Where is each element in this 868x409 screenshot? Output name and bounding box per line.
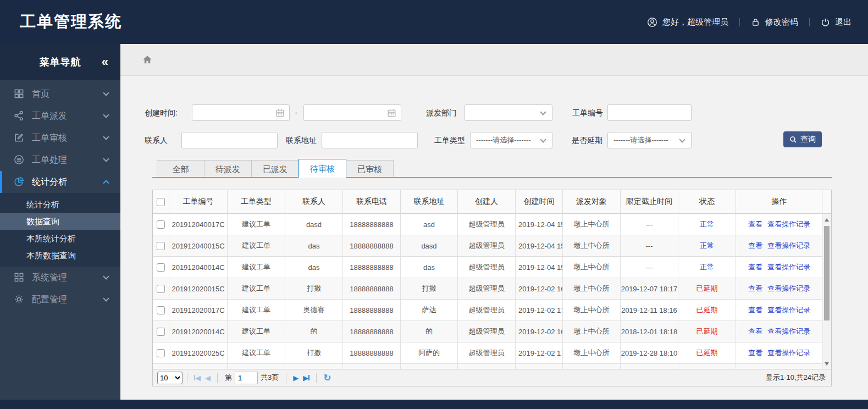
tab-4[interactable]: 已审核: [346, 160, 394, 177]
view-log-link[interactable]: 查看操作记录: [767, 262, 810, 272]
chevron-down-icon: [103, 156, 109, 162]
view-log-link[interactable]: 查看操作记录: [767, 327, 810, 336]
type-select[interactable]: -------请选择-------: [470, 132, 552, 148]
submenu-item[interactable]: 数据查询: [0, 213, 120, 230]
address-input[interactable]: [322, 132, 418, 148]
breadcrumb: [120, 44, 868, 76]
cell-target: 墩上中心所: [563, 214, 621, 235]
table-row: 201912040017C建议工单dasd18888888888asd超级管理员…: [153, 214, 831, 235]
cell-target: 墩上中心所: [563, 257, 621, 278]
view-link[interactable]: 查看: [748, 241, 762, 251]
calendar-icon[interactable]: [275, 108, 285, 118]
create-time-start-input[interactable]: [192, 104, 290, 121]
row-checkbox[interactable]: [157, 242, 165, 250]
logout-button[interactable]: 退出: [821, 17, 852, 27]
cell-order_no: 201912020014C: [169, 321, 228, 342]
chevron-down-icon: [103, 273, 109, 279]
chevron-down-icon: [103, 90, 109, 96]
calendar-icon[interactable]: [387, 108, 396, 118]
contact-input[interactable]: [181, 132, 278, 148]
user-greeting[interactable]: 您好，超级管理员: [647, 17, 728, 27]
sidebar-item-label: 系统管理: [32, 272, 67, 284]
row-checkbox[interactable]: [157, 306, 165, 314]
change-password-text: 修改密码: [765, 17, 798, 27]
column-header: 状态: [678, 190, 736, 214]
cell-status: 已延期: [678, 300, 736, 321]
order-no-input[interactable]: [607, 104, 692, 121]
prev-page-button[interactable]: ◀: [203, 374, 213, 382]
dept-select[interactable]: [465, 104, 552, 121]
cell-contact: 奥德赛: [285, 300, 343, 321]
view-log-link[interactable]: 查看操作记录: [767, 305, 810, 315]
search-icon: [789, 136, 797, 143]
view-log-link[interactable]: 查看操作记录: [767, 284, 810, 294]
sidebar-item-stats[interactable]: 统计分析: [0, 171, 120, 193]
sidebar-item-config[interactable]: 配置管理: [0, 289, 120, 311]
scroll-up-icon[interactable]: [825, 218, 829, 222]
cell-type: 建议工单: [228, 214, 285, 235]
submenu-item[interactable]: 本所统计分析: [0, 230, 120, 247]
sidebar-item-label: 统计分析: [32, 176, 67, 188]
view-log-link[interactable]: 查看操作记录: [767, 348, 810, 358]
tab-2[interactable]: 已派发: [251, 160, 299, 177]
select-all-checkbox[interactable]: [157, 198, 165, 206]
view-link[interactable]: 查看: [748, 284, 762, 294]
view-link[interactable]: 查看: [748, 327, 762, 336]
cell-contact: das: [285, 235, 343, 257]
cell-order_no: 201912020017C: [169, 300, 228, 321]
scroll-down-icon[interactable]: [825, 362, 829, 366]
view-link[interactable]: 查看: [748, 219, 762, 229]
scrollbar-thumb[interactable]: [824, 226, 830, 320]
cell-actions: 查看查看操作记录: [736, 235, 823, 257]
row-checkbox[interactable]: [157, 285, 165, 293]
last-page-button[interactable]: ▶: [301, 374, 312, 382]
delay-select-value: -------请选择-------: [608, 135, 668, 145]
row-checkbox[interactable]: [157, 220, 165, 229]
delay-select[interactable]: -------请选择-------: [607, 132, 692, 148]
view-link[interactable]: 查看: [748, 305, 762, 315]
cell-empty: [401, 364, 458, 369]
cell-empty: [228, 364, 285, 369]
sidebar-item-process[interactable]: 工单处理: [0, 149, 120, 171]
view-log-link[interactable]: 查看操作记录: [767, 241, 810, 251]
scrollbar-track[interactable]: [822, 214, 831, 369]
table-scrollbar[interactable]: [822, 190, 831, 369]
tab-0[interactable]: 全部: [157, 160, 204, 177]
refresh-button[interactable]: ↻: [321, 372, 333, 384]
sidebar-item-label: 配置管理: [32, 294, 67, 306]
page-number-input[interactable]: [235, 372, 258, 384]
cell-type: 建议工单: [228, 257, 285, 278]
submenu-item[interactable]: 本所数据查询: [0, 247, 120, 264]
view-log-link[interactable]: 查看操作记录: [767, 219, 810, 229]
gear-icon: [14, 294, 25, 305]
change-password-button[interactable]: 修改密码: [751, 17, 798, 27]
row-checkbox[interactable]: [157, 349, 165, 357]
cell-creator: 超级管理员: [458, 278, 516, 300]
tab-1[interactable]: 待派发: [204, 160, 252, 177]
view-link[interactable]: 查看: [748, 262, 762, 272]
sidebar-item-review[interactable]: 工单审核: [0, 127, 120, 149]
cell-creator: 超级管理员: [458, 257, 516, 278]
sidebar-item-home[interactable]: 首页: [0, 83, 120, 105]
sidebar-item-dispatch[interactable]: 工单派发: [0, 105, 120, 127]
cell-status: 正常: [678, 257, 736, 278]
cell-phone: 18888888888: [343, 214, 401, 235]
table-grid: 工单编号工单类型联系人联系电话联系地址创建人创建时间派发对象限定截止时间状态操作…: [153, 190, 831, 369]
search-button[interactable]: 查询: [783, 131, 822, 147]
create-time-end-input[interactable]: [303, 104, 401, 121]
tab-3[interactable]: 待审核: [298, 159, 346, 178]
next-page-button[interactable]: ▶: [291, 374, 301, 382]
page-size-select[interactable]: 10: [157, 372, 183, 384]
type-label: 工单类型: [434, 132, 465, 148]
home-icon[interactable]: [142, 54, 153, 65]
first-page-button[interactable]: ◀: [192, 374, 203, 382]
chevron-down-icon: [103, 112, 109, 118]
view-link[interactable]: 查看: [748, 348, 762, 358]
sidebar-collapse-icon[interactable]: «: [102, 56, 108, 68]
sidebar-item-system[interactable]: 系统管理: [0, 267, 120, 289]
filter-panel: 创建时间: - 派发部门 工单编号: [120, 76, 868, 159]
row-checkbox[interactable]: [157, 328, 165, 336]
submenu-item[interactable]: 统计分析: [0, 196, 120, 213]
create-time-label: 创建时间:: [145, 104, 178, 121]
row-checkbox[interactable]: [157, 263, 165, 272]
